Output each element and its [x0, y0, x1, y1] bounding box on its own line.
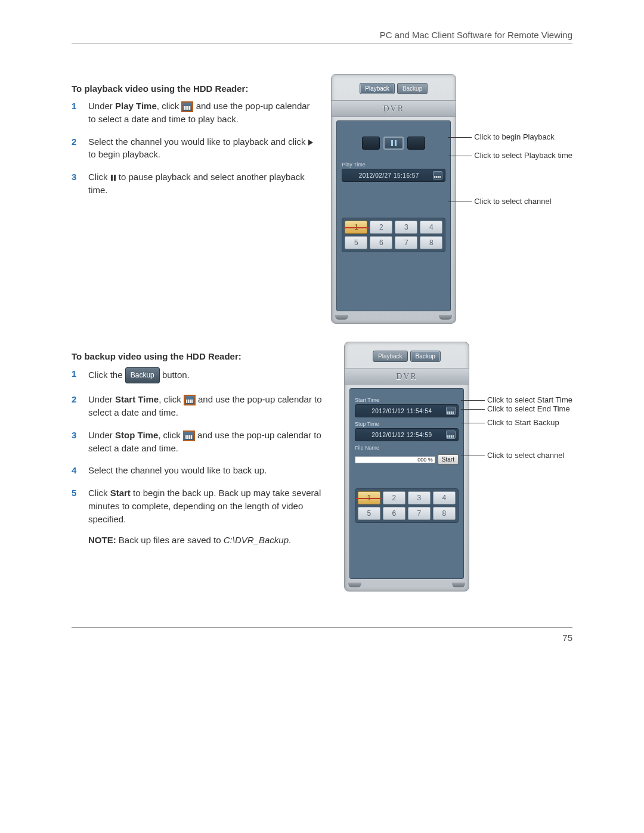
starttime-field[interactable]: 2012/01/12 11:54:54: [355, 404, 459, 417]
channel-2[interactable]: 2: [383, 491, 405, 504]
step-5: Click Start to begin the back up. Back u…: [72, 487, 330, 525]
starttime-label: Start Time: [355, 397, 459, 403]
page-header: PC and Mac Client Software for Remote Vi…: [72, 30, 572, 44]
section2-heading: To backup video using the HDD Reader:: [72, 351, 330, 361]
channel-6[interactable]: 6: [383, 507, 405, 520]
start-button[interactable]: Start: [438, 454, 459, 465]
header-title: PC and Mac Client Software for Remote Vi…: [380, 30, 572, 40]
page-footer: 75: [72, 627, 572, 643]
step-2: Select the channel you would like to pla…: [72, 135, 317, 162]
channel-4[interactable]: 4: [433, 491, 456, 504]
starttime-value: 2012/01/12 11:54:54: [358, 408, 446, 414]
tab-playback[interactable]: Playback: [373, 351, 408, 362]
play-pause-button[interactable]: [383, 137, 404, 150]
calendar-icon: [184, 395, 196, 405]
step-2: Under Start Time, click and use the pop-…: [72, 393, 330, 419]
channel-1[interactable]: 1: [345, 221, 367, 234]
callout-playback-time: Click to select Playback time: [456, 151, 572, 161]
channel-8[interactable]: 8: [420, 236, 442, 249]
dvr-logo: DVR: [377, 104, 410, 114]
stoptime-value: 2012/01/12 12:54:59: [358, 432, 446, 438]
callout-end-time: Click to select End Time: [469, 404, 572, 414]
callout-start-backup: Click to Start Backup: [469, 418, 572, 428]
play-icon: [308, 140, 313, 145]
playtime-label: Play Time: [342, 162, 445, 168]
dvr-logo: DVR: [390, 372, 423, 382]
section1-heading: To playback video using the HDD Reader:: [72, 83, 317, 94]
pause-icon: [110, 175, 116, 181]
playtime-value: 2012/02/27 15:16:57: [345, 172, 433, 179]
playtime-field[interactable]: 2012/02/27 15:16:57: [342, 169, 445, 182]
channel-5[interactable]: 5: [358, 507, 380, 520]
calendar-icon[interactable]: [433, 171, 442, 179]
page-number: 75: [562, 633, 572, 643]
step-3: Under Stop Time, click and use the pop-u…: [72, 429, 330, 455]
step-4: Select the channel you would like to bac…: [72, 464, 330, 477]
step-1: Click the Backup button.: [72, 367, 330, 383]
transport-button[interactable]: [407, 137, 425, 150]
step-1: Under Play Time, click and use the pop-u…: [72, 100, 317, 126]
channel-3[interactable]: 3: [408, 491, 431, 504]
channel-2[interactable]: 2: [370, 221, 392, 234]
section1-steps: Under Play Time, click and use the pop-u…: [72, 100, 317, 197]
stoptime-field[interactable]: 2012/01/12 12:54:59: [355, 428, 459, 441]
channel-3[interactable]: 3: [395, 221, 417, 234]
backup-chip-icon: Backup: [125, 367, 160, 383]
channel-grid: 1 2 3 4 5 6 7 8: [355, 488, 459, 523]
tab-playback[interactable]: Playback: [360, 83, 395, 94]
callout-begin-playback: Click to begin Playback: [456, 132, 572, 143]
dvr-backup-figure: Playback Backup DVR Start Time 2012/01/1…: [344, 342, 469, 592]
channel-7[interactable]: 7: [408, 507, 431, 520]
filename-label: File Name: [355, 445, 459, 451]
channel-grid: 1 2 3 4 5 6 7 8: [342, 218, 445, 252]
channel-1[interactable]: 1: [358, 491, 380, 504]
progress-bar: 000 %: [355, 456, 435, 463]
tab-backup[interactable]: Backup: [397, 83, 428, 94]
channel-8[interactable]: 8: [433, 507, 456, 520]
calendar-icon: [181, 101, 193, 112]
note: NOTE: Back up files are saved to C:\DVR_…: [72, 535, 330, 545]
transport-button[interactable]: [362, 137, 380, 150]
section2-steps: Click the Backup button. Under Start Tim…: [72, 367, 330, 525]
calendar-icon[interactable]: [446, 407, 456, 415]
callout-select-channel: Click to select channel: [469, 451, 572, 461]
channel-4[interactable]: 4: [420, 221, 442, 234]
calendar-icon[interactable]: [446, 431, 456, 439]
channel-7[interactable]: 7: [395, 236, 417, 249]
dvr-playback-figure: Playback Backup DVR Play Time 2012/02/27…: [331, 74, 456, 324]
calendar-icon: [183, 431, 195, 441]
tab-backup[interactable]: Backup: [410, 351, 441, 362]
stoptime-label: Stop Time: [355, 421, 459, 427]
callout-select-channel: Click to select channel: [456, 197, 572, 207]
channel-6[interactable]: 6: [370, 236, 392, 249]
step-3: Click to pause playback and select anoth…: [72, 171, 317, 197]
channel-5[interactable]: 5: [345, 236, 367, 249]
